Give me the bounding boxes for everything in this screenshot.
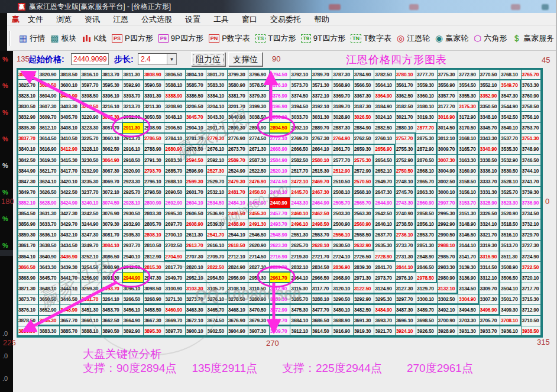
toolbar-P四方形[interactable]: PSP四方形 — [112, 33, 153, 44]
menu-item-交易委托[interactable]: 交易委托 — [265, 13, 306, 26]
gann-cell: 3086.50 — [102, 251, 122, 261]
gann-cell: 3876.10 — [18, 305, 38, 315]
gann-cell: 2508.10 — [332, 187, 352, 197]
gann-cell: 2949.70 — [164, 273, 184, 283]
resistance-button[interactable]: 阻力位 — [191, 52, 225, 66]
step-select[interactable]: 2.4 ▼ — [138, 53, 177, 65]
gann-cell: 3734.50 — [522, 209, 542, 219]
gann-cell: 3256.90 — [80, 273, 101, 283]
gann-cell: 3297.70 — [396, 294, 416, 304]
gann-cell: 2750.50 — [396, 166, 416, 176]
gann-cell: 3828.10 — [18, 90, 38, 101]
gann-cell: 3319.30 — [480, 241, 500, 251]
background-window-edge — [0, 13, 7, 26]
gann-cell: 3280.90 — [248, 294, 268, 304]
gann-cell: 3120.10 — [332, 283, 352, 293]
gann-cell: 3907.30 — [248, 326, 268, 336]
toolbar-T四方形[interactable]: TST四方形 — [255, 33, 296, 44]
gann-cell: 2618.50 — [228, 241, 248, 251]
menu-item-资讯[interactable]: 资讯 — [80, 13, 105, 26]
gann-cell: 3132.10 — [438, 283, 458, 293]
toolbar-赢家服务[interactable]: ＄赢家服务 — [512, 33, 554, 44]
gann-cell: 2445.70 — [290, 187, 310, 197]
support-levels-text: 支撑：90度2894点135度2911点支撑：225度2944点270度2961… — [83, 361, 488, 376]
menu-item-浏览[interactable]: 浏览 — [51, 13, 76, 26]
gann-cell: 2760.10 — [374, 134, 394, 144]
gann-cell: 2733.70 — [396, 241, 416, 251]
gann-cell: 2467.30 — [312, 187, 332, 197]
toolbar-label: 板块 — [61, 33, 76, 44]
gann-cell: 2460.10 — [290, 209, 310, 219]
gann-cell: 3098.50 — [144, 283, 164, 293]
gann-cell: 3628.90 — [38, 197, 59, 208]
gann-cell: 3417.70 — [60, 166, 80, 176]
gann-cell: 3405.70 — [60, 112, 80, 122]
gann-cell: 3789.70 — [312, 69, 332, 79]
toolbar-label: 江恩轮 — [407, 33, 430, 44]
gann-cell: 3422.50 — [60, 187, 80, 197]
gann-cell: 3684.10 — [290, 316, 310, 326]
gann-cell: 3744.10 — [522, 166, 542, 176]
toolbar-赢家轮[interactable]: ◉赢家轮 — [435, 33, 468, 44]
gann-cell: 2815.30 — [144, 262, 164, 272]
gann-cell: 3856.90 — [18, 219, 38, 229]
gann-cell: 2594.50 — [186, 155, 206, 165]
menu-item-设置[interactable]: 设置 — [180, 13, 205, 26]
gann-cell: 3136.90 — [458, 273, 478, 283]
gann-cell: 2978.50 — [416, 273, 436, 283]
gann-cell: 3398.50 — [80, 90, 101, 101]
start-price-input[interactable]: 2440.9099 — [71, 53, 109, 65]
gann-cell: 3367.30 — [354, 90, 374, 101]
gann-cell: 3208.90 — [164, 101, 184, 111]
gann-cell: 3688.90 — [332, 316, 352, 326]
gann-cell: 3499.30 — [500, 305, 520, 315]
gann-cell: 3206.50 — [186, 101, 206, 111]
menu-item-工具[interactable]: 工具 — [209, 13, 234, 26]
toolbar-T数字表[interactable]: TNT数字表 — [351, 33, 391, 44]
gann-cell: 2954.50 — [206, 273, 226, 283]
toolbar-六角形[interactable]: ⬡六角形 — [474, 33, 507, 44]
gann-cell: 3861.70 — [18, 241, 38, 251]
toolbar-P数字表[interactable]: PNP数字表 — [209, 33, 250, 44]
menu-item-帮助[interactable]: 帮助 — [309, 13, 334, 26]
gann-cell: 3612.10 — [38, 123, 59, 133]
chevron-down-icon[interactable]: ▼ — [167, 54, 176, 64]
gann-cell: 2512.90 — [332, 166, 352, 176]
gann-cell: 3336.10 — [480, 166, 500, 176]
toolbar: ▦行情▩板块K线PSP四方形P99P四方形PNP数字表TST四方形T99T四方形… — [0, 26, 557, 51]
angle-label-45: 45 — [542, 56, 550, 64]
gann-cell: 3758.50 — [522, 101, 542, 111]
menu-item-江恩[interactable]: 江恩 — [108, 13, 133, 26]
gann-cell: 3928.90 — [438, 326, 458, 336]
gann-cell: 3141.70 — [458, 251, 478, 261]
gann-cell: 2976.10 — [396, 273, 416, 283]
gann-cell: 3902.50 — [206, 326, 226, 336]
menu-item-文件[interactable]: 文件 — [23, 13, 48, 26]
menu-item-窗口[interactable]: 窗口 — [237, 13, 262, 26]
menu-item-公式选股[interactable]: 公式选股 — [137, 13, 177, 26]
gann-cell: 2666.50 — [290, 144, 310, 154]
toolbar-K线[interactable]: K线 — [82, 33, 106, 44]
gann-cell: 3583.30 — [206, 80, 226, 90]
toolbar-9P四方形[interactable]: P99P四方形 — [158, 33, 203, 44]
gann-cell: 3448.90 — [60, 305, 80, 315]
gann-cell: 2632.90 — [354, 241, 374, 251]
gann-cell: 3213.70 — [122, 101, 143, 111]
gann-cell: 3722.50 — [522, 262, 542, 272]
gann-cell: 3667.30 — [144, 316, 164, 326]
gann-cell: 2620.90 — [248, 241, 268, 251]
gann-cell: 2505.70 — [332, 197, 352, 208]
toolbar-江恩轮[interactable]: ◎江恩轮 — [397, 33, 430, 44]
gann-cell: 2628.10 — [312, 241, 332, 251]
gann-cell: 2908.90 — [144, 123, 164, 133]
titlebar-glare — [542, 4, 549, 10]
gann-cell: 3931.30 — [458, 326, 478, 336]
gann-cell: 3331.30 — [480, 187, 500, 197]
gann-cell: 3544.90 — [500, 101, 520, 111]
gann-cell: 3715.30 — [522, 294, 542, 304]
toolbar-9T四方形[interactable]: T99T四方形 — [301, 33, 345, 44]
gann-cell: 2558.50 — [354, 230, 374, 240]
support-button[interactable]: 支撑位 — [228, 52, 263, 66]
toolbar-板块[interactable]: ▩板块 — [50, 33, 76, 44]
toolbar-行情[interactable]: ▦行情 — [19, 33, 45, 44]
